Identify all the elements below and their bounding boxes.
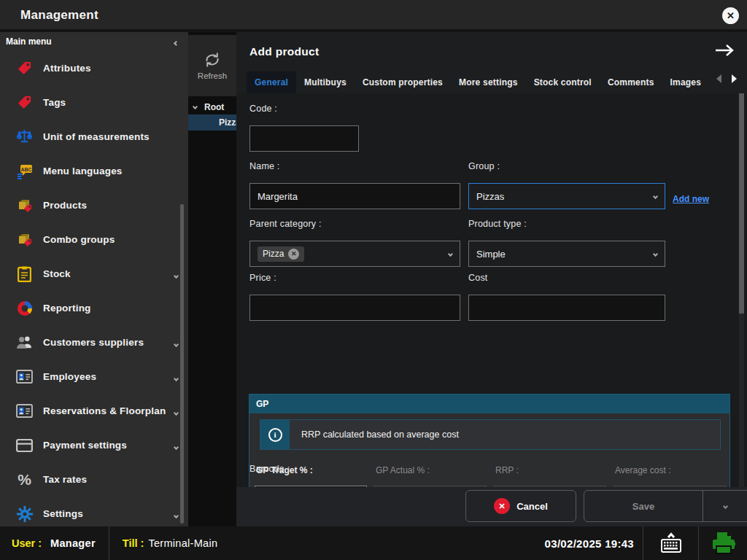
status-bar: User : Manager Till : Terminal-Main 03/0…	[0, 526, 747, 560]
group-select[interactable]: Pizzas	[468, 183, 665, 209]
cost-input[interactable]	[468, 295, 665, 321]
tag-icon	[16, 60, 33, 77]
sidebar-item-unit-of-measurements[interactable]: Unit of measurements	[0, 120, 188, 154]
save-button[interactable]: Save	[584, 490, 747, 522]
close-icon[interactable]: ✕	[722, 7, 739, 24]
average-cost-label: Average cost :	[615, 465, 671, 475]
user-label: User :	[12, 537, 42, 549]
sidebar: Main menu Attributes Tags Unit of measur…	[0, 32, 188, 526]
printer-icon[interactable]	[711, 532, 737, 555]
gp-info-banner: i RRP calculated based on average cost	[260, 419, 721, 450]
add-product-panel: Add product General Multibuys Custom pro…	[236, 32, 747, 526]
category-tree-panel: Refresh Root Pizza	[188, 32, 236, 526]
sidebar-item-products[interactable]: Products	[0, 188, 188, 222]
tag-icon	[16, 94, 33, 111]
tab-images[interactable]: Images	[662, 71, 710, 93]
sidebar-item-reservations-floorplan[interactable]: Reservations & Floorplan	[0, 394, 188, 428]
tab-comments[interactable]: Comments	[600, 71, 662, 93]
parent-category-label: Parent category :	[249, 219, 322, 229]
box-tag-icon	[16, 231, 33, 248]
code-label: Code :	[249, 104, 277, 114]
id-card-icon	[16, 402, 33, 419]
group-label: Group :	[468, 161, 500, 171]
gp-actual-label: GP Actual % :	[376, 465, 430, 475]
sidebar-collapse-button[interactable]	[174, 35, 178, 48]
chevron-down-icon	[174, 370, 178, 384]
percent-icon: %	[16, 471, 33, 488]
pie-chart-icon	[16, 300, 33, 316]
sidebar-item-menu-languages[interactable]: ABC Menu languages	[0, 154, 188, 188]
refresh-button[interactable]: Refresh	[188, 35, 236, 96]
chevron-down-icon	[174, 439, 178, 452]
forward-arrow-icon[interactable]	[715, 44, 734, 57]
keyboard-icon[interactable]	[659, 532, 684, 554]
chevron-down-icon	[174, 268, 178, 281]
tree-node-pizza-selected[interactable]: Pizza	[188, 114, 236, 131]
sidebar-scrollbar[interactable]	[180, 204, 184, 524]
main-scrollbar-thumb[interactable]	[739, 93, 744, 314]
action-footer: ✕ Cancel Save	[236, 487, 747, 526]
language-bubble-icon: ABC	[16, 163, 33, 179]
sidebar-item-customers-suppliers[interactable]: Customers suppliers	[0, 325, 188, 359]
add-new-link[interactable]: Add new	[673, 194, 709, 204]
name-label: Name :	[249, 161, 280, 171]
tab-custom-properties[interactable]: Custom properties	[355, 71, 451, 93]
user-value: Manager	[50, 537, 96, 549]
sidebar-item-attributes[interactable]: Attributes	[0, 51, 188, 85]
scales-icon	[16, 128, 33, 145]
chevron-down-icon	[174, 508, 178, 521]
tab-stock-control[interactable]: Stock control	[526, 71, 600, 93]
parent-category-select[interactable]: Pizza ✕	[249, 241, 460, 267]
tab-strip: General Multibuys Custom properties More…	[247, 71, 711, 93]
svg-text:ABC: ABC	[20, 166, 31, 171]
barcode-label: Barcode :	[249, 464, 290, 474]
gp-section-header: GP	[249, 394, 729, 413]
panel-title: Add product	[249, 45, 319, 58]
tree-node-root[interactable]: Root	[188, 99, 236, 114]
sidebar-item-stock[interactable]: Stock	[0, 257, 188, 291]
till-value: Terminal-Main	[148, 537, 217, 549]
chevron-down-icon	[653, 193, 658, 198]
chip-remove-icon[interactable]: ✕	[288, 249, 299, 260]
tab-multibuys[interactable]: Multibuys	[296, 71, 355, 93]
sidebar-item-combo-groups[interactable]: Combo groups	[0, 222, 188, 257]
tab-general[interactable]: General	[247, 71, 296, 93]
sidebar-item-employees[interactable]: Employees	[0, 359, 188, 394]
tab-more-settings[interactable]: More settings	[451, 71, 526, 93]
cancel-button[interactable]: ✕ Cancel	[465, 490, 576, 522]
sidebar-item-payment-settings[interactable]: Payment settings	[0, 428, 188, 462]
chevron-down-icon	[174, 336, 178, 349]
code-input[interactable]	[249, 125, 359, 152]
name-input[interactable]	[249, 183, 460, 209]
chevron-down-icon	[174, 405, 178, 418]
general-tab-content: Code : Name : Group : Pizzas Add new Par…	[236, 93, 747, 487]
id-card-icon	[16, 368, 33, 385]
sidebar-item-tax-rates[interactable]: % Tax rates	[0, 462, 188, 497]
parent-category-chip: Pizza ✕	[258, 246, 304, 262]
datetime: 03/02/2025 19:43	[545, 537, 634, 550]
cost-label: Cost	[468, 273, 488, 283]
cancel-x-icon: ✕	[494, 498, 510, 514]
product-type-label: Product type :	[468, 219, 527, 229]
tab-scroll-right-icon[interactable]	[732, 74, 737, 83]
chevron-down-icon	[653, 251, 658, 256]
chevron-down-icon	[448, 251, 453, 256]
tab-scroll-left-icon[interactable]	[716, 74, 721, 83]
refresh-icon	[204, 52, 221, 68]
clipboard-icon	[16, 265, 33, 282]
people-icon	[16, 334, 33, 351]
sidebar-item-reporting[interactable]: Reporting	[0, 291, 188, 325]
sidebar-item-settings[interactable]: Settings	[0, 497, 188, 526]
price-label: Price :	[249, 273, 276, 283]
title-bar: Management ✕	[0, 0, 747, 32]
save-options-button[interactable]	[703, 491, 747, 521]
sidebar-item-tags[interactable]: Tags	[0, 85, 188, 120]
till-label: Till :	[123, 537, 144, 549]
divider	[643, 526, 643, 560]
wallet-icon	[16, 437, 33, 454]
product-type-select[interactable]: Simple	[468, 241, 665, 267]
gear-icon	[16, 505, 33, 522]
chevron-down-icon	[193, 104, 198, 109]
price-input[interactable]	[249, 295, 460, 321]
box-tag-icon	[16, 197, 33, 214]
